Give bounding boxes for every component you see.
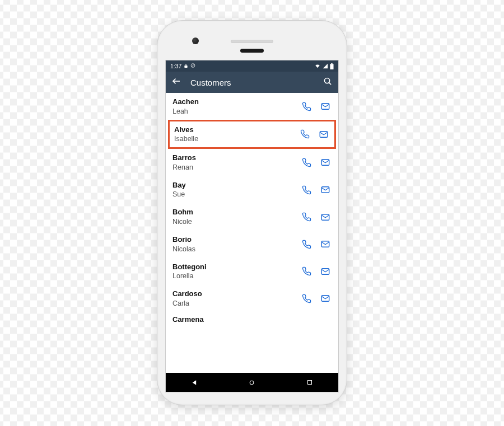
list-item[interactable]: AachenLeah <box>166 93 338 120</box>
list-item-text: CardosoCarla <box>172 289 296 308</box>
svg-line-1 <box>192 64 195 67</box>
list-item-text: BaySue <box>172 181 296 199</box>
phone-icon[interactable] <box>298 290 315 307</box>
list-item-text: BorioNicolas <box>172 235 296 254</box>
back-icon[interactable] <box>171 76 181 88</box>
customer-lastname: Aachen <box>172 97 296 106</box>
lock-icon <box>184 63 188 69</box>
customer-firstname: Carla <box>172 299 296 308</box>
nav-back[interactable] <box>178 379 211 386</box>
search-icon[interactable] <box>323 77 333 88</box>
mail-icon[interactable] <box>315 126 332 143</box>
page-title: Customers <box>190 78 231 87</box>
list-item[interactable]: BorioNicolas <box>166 231 338 258</box>
svg-point-15 <box>250 381 254 385</box>
device-camera <box>192 38 199 44</box>
device-speaker <box>231 40 273 43</box>
phone-icon[interactable] <box>298 209 315 226</box>
list-item-text: BohmNicole <box>172 208 296 226</box>
mail-icon[interactable] <box>317 98 334 115</box>
mail-icon[interactable] <box>317 236 334 252</box>
svg-rect-3 <box>331 63 332 64</box>
phone-icon[interactable] <box>298 263 315 280</box>
customer-firstname: Nicolas <box>172 245 296 254</box>
device-speaker-sub <box>240 49 264 53</box>
customer-lastname: Barros <box>172 153 296 162</box>
customer-lastname: Carmena <box>172 315 334 322</box>
nav-recent[interactable] <box>293 379 326 386</box>
signal-icon <box>323 63 328 69</box>
mail-icon[interactable] <box>317 209 334 226</box>
status-bar: 1:37 <box>166 60 338 72</box>
nav-home[interactable] <box>235 379 269 386</box>
svg-point-5 <box>324 78 329 83</box>
customer-lastname: Cardoso <box>172 289 296 298</box>
customer-firstname: Sue <box>172 190 296 199</box>
customer-lastname: Alves <box>174 125 294 134</box>
list-item-text: BottegoniLorella <box>172 263 296 281</box>
customer-lastname: Bottegoni <box>172 263 296 271</box>
android-nav-bar <box>166 373 338 392</box>
mail-icon[interactable] <box>317 290 334 307</box>
list-item-text: AlvesIsabelle <box>174 125 294 144</box>
svg-rect-2 <box>330 64 333 69</box>
status-time: 1:37 <box>170 63 181 69</box>
customer-list[interactable]: AachenLeahAlvesIsabelleBarrosRenanBaySue… <box>166 93 338 373</box>
list-item[interactable]: Carmena <box>166 312 338 322</box>
phone-icon[interactable] <box>298 98 315 115</box>
list-item-text: Carmena <box>172 315 334 322</box>
list-item[interactable]: AlvesIsabelle <box>168 120 336 149</box>
customer-firstname: Lorella <box>172 272 296 280</box>
screen: 1:37 <box>165 60 339 392</box>
phone-icon[interactable] <box>298 236 315 252</box>
customer-firstname: Leah <box>172 107 296 116</box>
customer-lastname: Borio <box>172 235 296 244</box>
list-item-text: BarrosRenan <box>172 153 296 172</box>
mail-icon[interactable] <box>317 154 334 171</box>
list-item[interactable]: BaySue <box>166 176 338 204</box>
mail-icon[interactable] <box>317 263 334 280</box>
list-item[interactable]: BarrosRenan <box>166 149 338 176</box>
no-sim-icon <box>190 63 195 69</box>
phone-icon[interactable] <box>296 126 313 143</box>
customer-lastname: Bay <box>172 181 296 190</box>
customer-firstname: Nicole <box>172 218 296 226</box>
phone-icon[interactable] <box>298 181 315 198</box>
list-item[interactable]: CardosoCarla <box>166 285 338 312</box>
customer-lastname: Bohm <box>172 208 296 217</box>
phone-icon[interactable] <box>298 154 315 171</box>
wifi-icon <box>314 63 321 69</box>
device-frame: 1:37 <box>157 20 347 405</box>
svg-line-6 <box>329 82 332 85</box>
app-bar: Customers <box>166 72 338 93</box>
customer-firstname: Isabelle <box>174 135 294 143</box>
customer-firstname: Renan <box>172 163 296 172</box>
list-item[interactable]: BottegoniLorella <box>166 258 338 285</box>
list-item[interactable]: BohmNicole <box>166 203 338 231</box>
list-item-text: AachenLeah <box>172 97 296 116</box>
mail-icon[interactable] <box>317 181 334 198</box>
battery-icon <box>330 63 334 69</box>
svg-rect-16 <box>307 381 311 385</box>
